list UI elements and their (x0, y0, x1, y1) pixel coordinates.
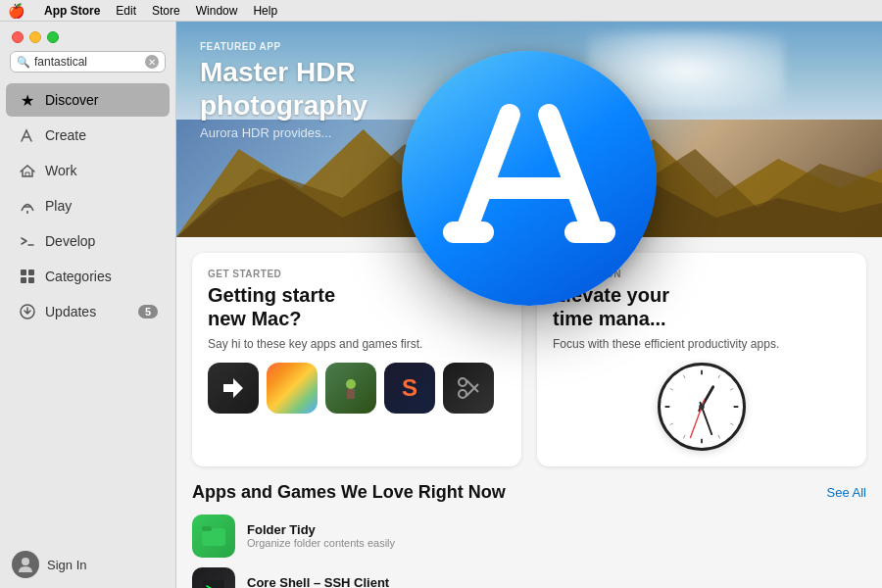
main-content: FEATURED APP Master HDRphotography Auror… (176, 22, 882, 588)
discover-icon: ★ (18, 90, 37, 110)
menubar-help[interactable]: Help (253, 4, 277, 18)
folder-tidy-sub: Organize folder contents easily (247, 537, 866, 549)
sidebar-label-updates: Updates (45, 304, 96, 319)
app-icon-arrow (208, 363, 259, 414)
menubar-window[interactable]: Window (196, 4, 238, 18)
svg-rect-37 (203, 580, 224, 588)
fullscreen-button[interactable] (47, 31, 59, 43)
app-window: 🔍 ✕ ★ Discover Create Work Play (0, 22, 882, 588)
close-button[interactable] (12, 31, 24, 43)
svg-rect-6 (28, 277, 34, 283)
svg-line-27 (670, 423, 673, 425)
app-icon-scribd: S (384, 363, 435, 414)
svg-line-21 (730, 388, 733, 390)
sidebar-label-create: Create (45, 127, 86, 143)
list-item[interactable]: Folder Tidy Organize folder contents eas… (192, 514, 866, 558)
svg-rect-36 (202, 526, 212, 531)
sidebar-label-develop: Develop (45, 233, 95, 249)
sidebar-label-work: Work (45, 163, 76, 178)
menubar: 🍎 App Store Edit Store Window Help (0, 0, 882, 22)
clock-container (553, 363, 851, 451)
svg-line-30 (683, 374, 685, 377)
sidebar-item-create[interactable]: Create (6, 119, 170, 152)
hero-text: FEATURED APP Master HDRphotography Auror… (200, 41, 368, 140)
search-icon: 🔍 (17, 56, 30, 69)
svg-rect-3 (21, 270, 26, 275)
folder-tidy-icon (192, 514, 235, 558)
sidebar-item-develop[interactable]: Develop (6, 224, 170, 258)
list-item[interactable]: Core Shell – SSH Client Terminal & SSH c… (192, 567, 866, 588)
section-title: Apps and Games We Love Right Now (192, 482, 506, 503)
clock-ticks (661, 366, 743, 448)
create-icon (18, 125, 37, 145)
svg-line-20 (718, 374, 720, 377)
svg-line-24 (718, 435, 720, 438)
develop-icon (18, 231, 37, 251)
svg-point-34 (699, 404, 705, 410)
svg-line-26 (683, 435, 685, 438)
section-header: Apps and Games We Love Right Now See All (192, 482, 866, 503)
sign-in-button[interactable]: Sign In (0, 541, 175, 588)
card1-desc: Say hi to these key apps and games first… (208, 336, 506, 353)
apps-list: Folder Tidy Organize folder contents eas… (192, 514, 866, 588)
app-icon-cut (443, 363, 494, 414)
folder-tidy-name: Folder Tidy (247, 522, 866, 537)
hero-subtitle: Aurora HDR provides... (200, 125, 368, 140)
search-input[interactable] (34, 55, 141, 69)
svg-rect-5 (21, 277, 26, 283)
menubar-store[interactable]: Store (152, 4, 180, 18)
svg-point-8 (22, 558, 29, 565)
svg-point-16 (459, 390, 466, 398)
core-shell-icon (192, 567, 235, 588)
sidebar-item-discover[interactable]: ★ Discover (6, 83, 170, 117)
minimize-button[interactable] (29, 31, 41, 43)
avatar-icon (12, 551, 39, 578)
appstore-icon-overlay (402, 51, 657, 306)
sidebar-label-discover: Discover (45, 92, 98, 108)
menubar-edit[interactable]: Edit (116, 4, 136, 18)
sidebar-item-categories[interactable]: Categories (6, 260, 170, 293)
updates-badge: 5 (138, 305, 158, 318)
app-icon-farming (325, 363, 376, 414)
apple-menu[interactable]: 🍎 (8, 3, 24, 19)
sign-in-label: Sign In (47, 558, 86, 572)
see-all-button[interactable]: See All (827, 485, 866, 500)
updates-icon (18, 302, 37, 321)
categories-icon (18, 267, 37, 286)
traffic-lights (0, 22, 175, 51)
card1-app-icons: S (208, 363, 506, 414)
svg-rect-13 (347, 389, 355, 399)
sidebar-label-play: Play (45, 198, 72, 214)
folder-tidy-info: Folder Tidy Organize folder contents eas… (247, 522, 866, 549)
hero-title: Master HDRphotography (200, 56, 368, 122)
card2-desc: Focus with these efficient productivity … (553, 336, 851, 353)
app-icon-marble (267, 363, 318, 414)
search-bar: 🔍 ✕ (10, 51, 166, 73)
play-icon (18, 196, 37, 216)
menubar-appname[interactable]: App Store (44, 4, 100, 18)
core-shell-name: Core Shell – SSH Client (247, 575, 866, 588)
svg-rect-4 (28, 270, 34, 275)
clock (658, 363, 746, 451)
bottom-section: Apps and Games We Love Right Now See All… (176, 466, 882, 588)
svg-line-23 (730, 423, 733, 425)
search-clear-button[interactable]: ✕ (145, 55, 159, 69)
work-icon (18, 161, 37, 180)
sidebar-item-play[interactable]: Play (6, 189, 170, 222)
core-shell-info: Core Shell – SSH Client Terminal & SSH c… (247, 575, 866, 588)
svg-line-29 (670, 388, 673, 390)
appstore-a-logo (431, 80, 627, 276)
sidebar-label-categories: Categories (45, 269, 112, 284)
hero-label: FEATURED APP (200, 41, 368, 52)
appstore-icon-circle (402, 51, 657, 306)
sidebar-item-work[interactable]: Work (6, 154, 170, 187)
sidebar: 🔍 ✕ ★ Discover Create Work Play (0, 22, 176, 588)
svg-point-15 (459, 378, 466, 386)
sidebar-item-updates[interactable]: Updates 5 (6, 295, 170, 328)
